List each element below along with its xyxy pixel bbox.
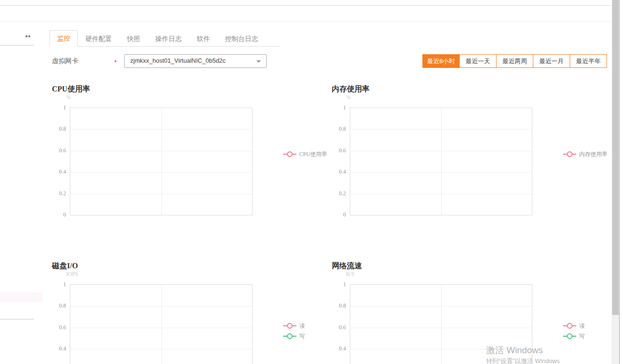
legend-marker-icon	[283, 154, 287, 155]
legend-marker-icon	[293, 325, 296, 326]
legend-marker-icon	[287, 151, 293, 157]
plot-area	[350, 108, 532, 215]
y-axis-tick: 0.8	[52, 302, 66, 309]
plot-area	[70, 108, 253, 215]
y-axis-tick: 1	[332, 281, 346, 288]
y-axis-tick: 1	[52, 104, 66, 111]
grid-line-vertical	[441, 285, 442, 364]
legend-marker-icon	[563, 154, 567, 155]
left-panel-divider	[0, 45, 34, 46]
time-range-button-group: 最近8小时最近一天最近两周最近一月最近半年	[422, 54, 607, 68]
chart-disk-io: 磁盘I/O IOPS 10.80.60.40.20 读写	[52, 254, 309, 364]
top-divider	[0, 5, 623, 6]
time-range-6m-button[interactable]: 最近半年	[570, 54, 607, 68]
y-axis-tick: 0.6	[52, 147, 66, 154]
grid-line-vertical	[441, 108, 442, 215]
y-axis-tick: 0.6	[332, 323, 346, 331]
tab-hardware-config[interactable]: 硬件配置	[78, 31, 119, 46]
legend-marker-icon	[283, 325, 287, 326]
legend-marker-icon	[572, 325, 576, 326]
y-axis-unit-label: %	[346, 94, 351, 101]
legend-item[interactable]: 读	[283, 321, 305, 331]
vertical-scrollbar[interactable]	[612, 0, 619, 364]
legend-marker-icon	[572, 154, 576, 155]
grid-line-vertical	[161, 108, 162, 215]
legend-label: CPU使用率	[299, 150, 327, 158]
y-axis-tick: 0.8	[52, 125, 66, 132]
y-axis-unit-label: %	[66, 94, 71, 101]
chart-legend: 读写	[283, 321, 305, 341]
left-panel-divider-2	[0, 319, 34, 320]
legend-marker-icon	[563, 336, 567, 337]
y-axis-tick: 0	[332, 211, 346, 218]
virtual-nic-select[interactable]: zjmkxx_host01_VirtualNIC_0b5d2c	[124, 54, 267, 68]
y-axis-tick: 0.4	[332, 168, 346, 175]
legend-label: 写	[579, 332, 585, 340]
chart-cpu-usage: CPU使用率 % 10.80.60.40.20 CPU使用率	[52, 77, 309, 228]
legend-marker-icon	[287, 333, 293, 339]
grid-line-vertical	[161, 285, 162, 364]
chart-memory-usage: 内存使用率 % 10.80.60.40.20 内存使用率	[332, 77, 589, 228]
tab-console-log[interactable]: 控制台日志	[218, 31, 266, 46]
y-axis-tick: 0.6	[332, 147, 346, 154]
legend-label: 读	[299, 322, 305, 330]
legend-marker-icon	[572, 336, 576, 337]
virtual-nic-label: 虚拟网卡	[52, 57, 78, 66]
y-axis: 10.80.60.40.20	[52, 77, 66, 218]
legend-marker-icon	[563, 325, 567, 326]
y-axis-tick: 0.6	[52, 323, 66, 331]
y-axis-tick: 1	[52, 281, 66, 288]
legend-item[interactable]: 内存使用率	[563, 149, 607, 159]
legend-item[interactable]: CPU使用率	[283, 149, 327, 159]
y-axis: 10.80.60.40.20	[332, 254, 346, 364]
y-axis-tick: 0.4	[52, 168, 66, 175]
legend-marker-icon	[293, 154, 296, 155]
chart-network-speed: 网络流速 B/S 10.80.60.40.20 读写	[332, 254, 589, 364]
window-edge-gutter	[620, 0, 623, 364]
time-range-1m-button[interactable]: 最近一月	[533, 54, 570, 68]
required-asterisk: *	[114, 58, 117, 66]
y-axis-tick: 0.2	[52, 190, 66, 197]
y-axis-tick: 0.8	[332, 125, 346, 132]
plot-area	[350, 284, 532, 364]
y-axis-tick: 1	[332, 104, 346, 111]
legend-marker-icon	[567, 151, 572, 157]
legend-label: 写	[299, 332, 305, 340]
chart-legend: CPU使用率	[283, 149, 327, 159]
collapsed-menu-icon[interactable]	[25, 35, 32, 38]
y-axis: 10.80.60.40.20	[332, 77, 346, 218]
chevron-down-icon	[256, 60, 261, 63]
tab-monitoring[interactable]: 监控	[50, 30, 78, 47]
legend-marker-icon	[567, 323, 572, 329]
tab-operation-log[interactable]: 操作日志	[148, 31, 189, 46]
tab-bar: 监控硬件配置快照操作日志软件控制台日志	[50, 30, 280, 47]
legend-label: 读	[579, 322, 585, 330]
tab-snapshot[interactable]: 快照	[119, 31, 148, 46]
y-axis-unit-label: B/S	[346, 271, 354, 278]
chart-legend: 读写	[563, 321, 585, 341]
y-axis: 10.80.60.40.20	[52, 254, 66, 364]
time-range-2w-button[interactable]: 最近两周	[496, 54, 533, 68]
y-axis-tick: 0.4	[332, 345, 346, 352]
y-axis-tick: 0.8	[332, 302, 346, 309]
tab-software[interactable]: 软件	[189, 31, 218, 46]
time-range-1d-button[interactable]: 最近一天	[459, 54, 497, 68]
vm-monitoring-page: 监控硬件配置快照操作日志软件控制台日志 虚拟网卡 * zjmkxx_host01…	[0, 0, 623, 364]
y-axis-tick: 0.2	[332, 190, 346, 197]
plot-area	[70, 284, 253, 364]
legend-item[interactable]: 写	[563, 331, 585, 341]
virtual-nic-selected-value: zjmkxx_host01_VirtualNIC_0b5d2c	[130, 57, 226, 64]
legend-marker-icon	[283, 336, 287, 337]
legend-item[interactable]: 写	[283, 331, 305, 341]
y-axis-tick: 0	[52, 211, 66, 218]
legend-marker-icon	[287, 323, 293, 329]
y-axis-unit-label: IOPS	[66, 271, 78, 278]
toolbar-divider	[0, 21, 623, 22]
chart-legend: 内存使用率	[563, 149, 607, 159]
legend-marker-icon	[293, 336, 296, 337]
left-panel-highlight	[0, 292, 42, 302]
time-range-8h-button[interactable]: 最近8小时	[422, 54, 460, 68]
y-axis-tick: 0.4	[52, 345, 66, 352]
legend-item[interactable]: 读	[563, 321, 585, 331]
scrollbar-thumb[interactable]	[612, 0, 619, 315]
